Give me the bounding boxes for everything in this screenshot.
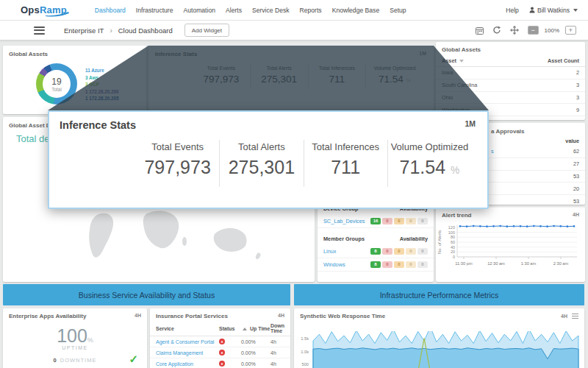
status-down-icon: x xyxy=(219,339,225,344)
nav-knowledge-base[interactable]: Knowledge Base xyxy=(332,7,380,14)
calendar-icon[interactable] xyxy=(476,26,484,35)
refresh-icon[interactable] xyxy=(492,26,501,35)
svg-text:11:30 pm: 11:30 pm xyxy=(455,261,473,266)
status-badge: 0 xyxy=(382,261,392,268)
availability-badges: 8 0 0 0 0 xyxy=(370,261,428,268)
alert-trend-widget: Alert trend 4H 02040608010012011:30 pm12… xyxy=(436,208,585,282)
svg-text:40: 40 xyxy=(451,245,455,250)
status-badge: 0 xyxy=(417,261,428,268)
status-badge: 0 xyxy=(417,218,428,224)
service-link[interactable]: Agent & Consumer Portal xyxy=(156,339,219,344)
breadcrumb-root[interactable]: Enterprise IT xyxy=(64,26,104,35)
column-asset[interactable]: Asset xyxy=(442,57,465,64)
column-up-time[interactable]: Up Time xyxy=(241,326,270,331)
svg-text:120: 120 xyxy=(448,225,455,230)
downtime-status: 0DOWNTIME xyxy=(3,357,147,364)
nav-setup[interactable]: Setup xyxy=(390,7,406,14)
svg-text:1.0k: 1.0k xyxy=(301,350,309,354)
column-down-time[interactable]: Down Time xyxy=(270,323,284,333)
widget-menu-icon[interactable] xyxy=(572,314,578,319)
nav-alerts[interactable]: Alerts xyxy=(226,7,242,14)
table-row[interactable]: South Carolina3 xyxy=(436,79,585,92)
column-service[interactable]: Service xyxy=(156,326,219,331)
global-assets-table-widget: Global Assets Asset Asset Count Iowa2 So… xyxy=(436,42,585,120)
svg-text:12:30 am: 12:30 am xyxy=(487,261,505,266)
nav-dashboard[interactable]: Dashboard xyxy=(95,7,126,14)
range-selector[interactable]: 1M xyxy=(419,51,426,57)
legend-item[interactable]: 1 172.28.20.205 xyxy=(85,96,119,101)
section-business-service-availability[interactable]: Business Service Availability and Status xyxy=(3,284,290,305)
move-icon[interactable] xyxy=(510,26,519,35)
device-group-link[interactable]: SC_Lab_Devices xyxy=(323,218,365,224)
nav-reports[interactable]: Reports xyxy=(300,7,322,14)
range-selector[interactable]: 4H xyxy=(278,313,284,319)
zoom-in-button[interactable]: + xyxy=(565,26,576,35)
member-groups-header: Member Groups xyxy=(323,236,365,242)
legend-item[interactable]: 3 Aws xyxy=(85,75,119,80)
nav-service-desk[interactable]: Service Desk xyxy=(252,7,290,14)
widget-title: Insurance Portal Services xyxy=(156,313,228,319)
svg-text:No. of Alerts: No. of Alerts xyxy=(437,230,442,255)
status-badge: 8 xyxy=(370,261,381,268)
opsramp-logo[interactable]: OpsRamp xyxy=(21,4,67,15)
widget-title: Alert trend xyxy=(442,212,471,219)
stat-total-events: Total Events797,973 xyxy=(193,64,250,89)
svg-text:0: 0 xyxy=(453,255,455,259)
donut-total-label: Total xyxy=(51,87,62,92)
member-group-row: Windows 8 0 0 0 0 xyxy=(318,258,434,272)
donut-legend: 11 Azure 3 Aws 3 GCP 1 172.28.20.200 1 1… xyxy=(85,68,119,101)
range-selector[interactable]: 4H xyxy=(573,212,579,219)
range-selector[interactable]: 4H xyxy=(561,314,567,319)
column-status[interactable]: Status xyxy=(219,326,241,331)
user-menu[interactable]: Bill Watkins xyxy=(529,7,578,14)
status-badge: 0 xyxy=(382,218,392,224)
range-selector[interactable]: 1M xyxy=(465,119,476,131)
member-group-link[interactable]: Windows xyxy=(323,261,345,268)
chevron-down-icon xyxy=(573,9,578,12)
check-icon: ✓ xyxy=(129,353,138,366)
svg-text:80: 80 xyxy=(451,235,455,239)
section-infrastructure-performance[interactable]: Infrastructure Performance Metrics xyxy=(294,284,584,305)
nav-automation[interactable]: Automation xyxy=(184,7,215,14)
status-badge: 0 xyxy=(394,261,404,268)
status-badge: 0 xyxy=(406,248,416,255)
nav-infrastructure[interactable]: Infrastructure xyxy=(136,7,173,14)
svg-text:500: 500 xyxy=(302,362,309,367)
service-link[interactable]: Core Application xyxy=(156,361,219,367)
widget-title: Inference Stats xyxy=(155,51,197,57)
status-badge: 0 xyxy=(406,218,416,224)
stat-total-inferences: Total Inferences711 xyxy=(304,140,387,187)
range-selector[interactable]: 4H xyxy=(135,313,141,319)
service-link[interactable]: Claims Management xyxy=(156,350,219,355)
enterprise-apps-availability-widget: Enterprise Apps Availability 4H 100% UPT… xyxy=(3,308,147,368)
alert-trend-chart: 02040608010012011:30 pm12:30 am1:30 am2:… xyxy=(436,219,581,279)
status-badge: 8 xyxy=(370,248,381,255)
legend-item[interactable]: 3 GCP xyxy=(85,82,119,87)
help-link[interactable]: Help xyxy=(506,7,519,14)
menu-icon[interactable] xyxy=(34,26,45,35)
table-row[interactable]: Ohio3 xyxy=(436,92,585,105)
widget-title: a Approvals xyxy=(491,128,525,135)
zoom-out-button[interactable]: − xyxy=(528,26,539,35)
member-group-link[interactable]: Linux xyxy=(323,248,336,255)
stat-total-events: Total Events797,973 xyxy=(136,140,219,187)
uptime-value: 100% xyxy=(3,325,147,347)
logo-ops: Ops xyxy=(21,4,40,15)
svg-text:100: 100 xyxy=(448,230,455,235)
widget-title: Enterprise Apps Availability xyxy=(9,313,86,319)
widget-title: Global Assets xyxy=(436,42,585,56)
svg-text:2:30 am: 2:30 am xyxy=(553,261,569,266)
legend-item[interactable]: 1 172.28.20.200 xyxy=(85,89,119,94)
svg-text:60: 60 xyxy=(451,240,455,244)
status-badge: 0 xyxy=(417,248,428,255)
sort-icon xyxy=(243,328,247,330)
availability-badges: 16 0 0 0 0 xyxy=(370,218,428,224)
legend-item[interactable]: 11 Azure xyxy=(85,68,119,73)
person-icon xyxy=(529,7,535,13)
add-widget-button[interactable]: Add Widget xyxy=(184,24,229,37)
logo-swoosh-icon xyxy=(45,11,70,17)
dashboard-toolbar: Enterprise IT › Cloud Dashboard Add Widg… xyxy=(0,21,588,40)
column-asset-count[interactable]: Asset Count xyxy=(548,57,579,64)
svg-text:1.5k: 1.5k xyxy=(301,336,309,341)
table-row[interactable]: Iowa2 xyxy=(436,67,585,79)
